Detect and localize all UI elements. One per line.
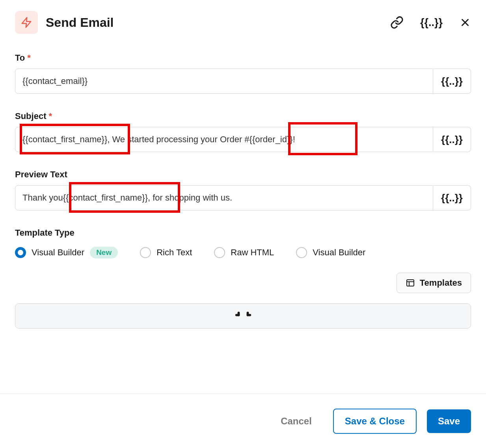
radio-label: Visual Builder [32, 247, 84, 258]
preview-field: Preview Text Thank you {{contact_first_n… [15, 169, 471, 210]
preview-variables-button[interactable]: {{..}} [433, 185, 471, 210]
link-icon[interactable] [390, 16, 404, 29]
subject-variables-button[interactable]: {{..}} [433, 127, 471, 152]
svg-rect-3 [407, 280, 414, 286]
radio-icon [214, 247, 225, 258]
radio-label: Rich Text [156, 247, 192, 258]
template-type-section: Template Type Visual Builder New Rich Te… [15, 228, 471, 258]
radio-visual-builder-2[interactable]: Visual Builder [296, 247, 365, 258]
bolt-icon [15, 11, 38, 34]
to-field: To * {{contact_email}} {{..}} [15, 53, 471, 94]
templates-icon [406, 278, 415, 288]
crop-icon [234, 310, 252, 329]
preview-label: Preview Text [15, 169, 67, 180]
radio-label: Visual Builder [313, 247, 365, 258]
subject-field: Subject * {{contact_first_name}}, We sta… [15, 111, 471, 152]
page-title: Send Email [46, 15, 382, 30]
footer: Cancel Save & Close Save [0, 394, 486, 448]
cancel-button[interactable]: Cancel [270, 409, 323, 433]
svg-marker-0 [22, 18, 31, 28]
radio-icon [15, 247, 26, 258]
template-type-radio-group: Visual Builder New Rich Text Raw HTML Vi… [15, 247, 471, 258]
radio-label: Raw HTML [231, 247, 274, 258]
required-marker: * [48, 111, 52, 121]
close-icon[interactable] [459, 17, 471, 28]
radio-icon [296, 247, 307, 258]
save-close-button[interactable]: Save & Close [333, 409, 417, 434]
preview-input[interactable]: Thank you {{contact_first_name}}, for sh… [15, 185, 433, 210]
required-marker: * [27, 53, 31, 63]
radio-visual-builder[interactable]: Visual Builder New [15, 247, 118, 258]
variables-icon[interactable]: {{..}} [420, 17, 443, 29]
templates-label: Templates [420, 278, 462, 288]
save-button[interactable]: Save [427, 409, 471, 433]
subject-input[interactable]: {{contact_first_name}}, We started proce… [15, 127, 433, 152]
new-badge: New [90, 247, 118, 258]
radio-rich-text[interactable]: Rich Text [140, 247, 192, 258]
to-label: To [15, 53, 25, 63]
subject-label: Subject [15, 111, 46, 121]
radio-icon [140, 247, 151, 258]
template-type-label: Template Type [15, 228, 74, 238]
to-variables-button[interactable]: {{..}} [433, 69, 471, 94]
radio-raw-html[interactable]: Raw HTML [214, 247, 274, 258]
to-input[interactable]: {{contact_email}} [15, 69, 433, 94]
preview-pane [15, 303, 471, 329]
templates-button[interactable]: Templates [397, 273, 471, 293]
panel-header: Send Email {{..}} [15, 11, 471, 34]
